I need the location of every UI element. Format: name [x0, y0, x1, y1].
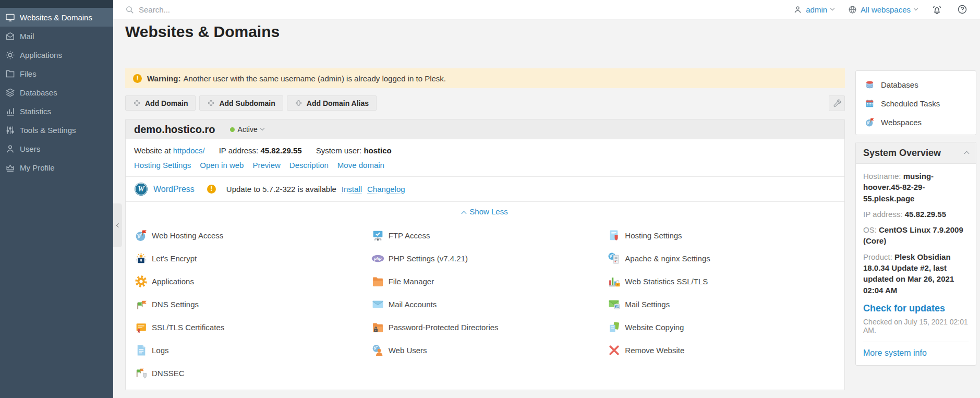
system-overview-title: System Overview: [863, 148, 941, 159]
remove-website-icon: [608, 344, 621, 357]
website-at: Website at httpdocs/: [134, 146, 205, 155]
toolbar-button[interactable]: Add Domain Alias: [287, 95, 377, 111]
show-less-link[interactable]: Show Less: [462, 207, 507, 216]
tool-item[interactable]: php PHP Settings (v7.4.21): [371, 247, 608, 270]
user-menu[interactable]: admin: [793, 5, 834, 14]
chevron-down-icon: [260, 126, 264, 130]
sidebar-item[interactable]: Tools & Settings: [0, 120, 113, 139]
tool-label: Hosting Settings: [625, 231, 682, 240]
check-for-updates-link[interactable]: Check for updates: [863, 303, 945, 314]
help-icon: [957, 4, 967, 15]
httpdocs-link[interactable]: httpdocs/: [173, 146, 205, 155]
domain-quick-link[interactable]: Description: [289, 161, 329, 170]
sidebar-item-label: Applications: [20, 51, 62, 59]
folder-outline-icon: [5, 69, 15, 79]
overview-row: Product: Plesk Obsidian 18.0.34 Update #…: [863, 251, 969, 296]
domain-quick-link[interactable]: Open in web: [200, 161, 244, 170]
tool-item[interactable]: Logs: [135, 339, 371, 361]
tool-item[interactable]: Password-Protected Directories: [371, 316, 608, 339]
applications-icon: [135, 275, 148, 288]
mail-accounts-icon: [371, 298, 384, 311]
wordpress-install-link[interactable]: Install: [342, 185, 362, 194]
shortcut-item[interactable]: Databases: [856, 75, 976, 94]
tools-column-2: FTP Access php PHP Settings (v7.4.21) Fi…: [371, 224, 608, 384]
sidebar-collapse-handle[interactable]: [113, 203, 122, 247]
shortcut-item[interactable]: Webspaces: [856, 113, 976, 131]
warning-icon: [133, 74, 142, 83]
domain-quick-link[interactable]: Hosting Settings: [134, 161, 191, 170]
page-title: Websites & Domains: [125, 23, 280, 41]
lets-encrypt-icon: [135, 252, 148, 265]
tool-item[interactable]: Web Statistics SSL/TLS: [608, 270, 844, 293]
overview-row: IP address: 45.82.29.55: [863, 209, 969, 220]
tool-label: Let's Encrypt: [152, 254, 197, 263]
sidebar-item-label: Mail: [20, 32, 34, 41]
collapse-chevron-icon[interactable]: [964, 151, 970, 156]
tool-item[interactable]: Website Copying: [608, 316, 844, 339]
sidebar-item[interactable]: Users: [0, 139, 113, 158]
more-system-info-link[interactable]: More system info: [863, 348, 927, 357]
tool-item[interactable]: File Manager: [371, 270, 608, 293]
web-users-icon: [371, 344, 384, 357]
webspace-scope-menu[interactable]: All webspaces: [848, 5, 917, 14]
plus-icon: [295, 99, 303, 107]
chevron-down-icon: [914, 6, 918, 10]
sidebar-item[interactable]: Databases: [0, 83, 113, 102]
status-label: Active: [238, 125, 258, 134]
tool-item[interactable]: Hosting Settings: [608, 224, 844, 247]
tool-label: File Manager: [389, 277, 434, 286]
tool-item[interactable]: SSL/TLS Certificates: [135, 316, 371, 339]
sidebar-item[interactable]: Websites & Domains: [0, 8, 113, 27]
sidebar-item-label: Statistics: [20, 107, 51, 116]
sidebar-item[interactable]: My Profile: [0, 158, 113, 177]
search-input[interactable]: [139, 5, 358, 14]
sidebar-item-label: Tools & Settings: [20, 126, 76, 135]
tool-item[interactable]: DNSSEC: [135, 361, 371, 384]
ssl-tls-icon: [135, 321, 148, 334]
tool-item[interactable]: DNS Settings: [135, 293, 371, 316]
tool-label: Applications: [152, 277, 194, 286]
php-icon: php: [371, 252, 384, 265]
apache-nginx-icon: [608, 252, 621, 265]
toolbar-button[interactable]: Add Subdomain: [199, 95, 283, 111]
domain-quick-link[interactable]: Preview: [252, 161, 280, 170]
help-button[interactable]: [957, 4, 967, 15]
tool-item[interactable]: Mail Accounts: [371, 293, 608, 316]
tool-item[interactable]: FTP Access: [371, 224, 608, 247]
website-at-label: Website at: [134, 146, 171, 155]
domain-status-dropdown[interactable]: Active: [230, 125, 264, 134]
show-less-label: Show Less: [469, 207, 507, 216]
sidebar-item-label: Files: [20, 69, 37, 78]
tool-item[interactable]: Web Hosting Access: [135, 224, 371, 247]
tool-item[interactable]: Applications: [135, 270, 371, 293]
tool-item[interactable]: Mail Settings: [608, 293, 844, 316]
toolbar-button[interactable]: Add Domain: [125, 95, 196, 111]
tool-label: Password-Protected Directories: [389, 323, 499, 332]
tool-item[interactable]: Let's Encrypt: [135, 247, 371, 270]
system-user: System user: hostico: [316, 146, 392, 155]
shortcut-item[interactable]: Scheduled Tasks: [856, 94, 976, 113]
file-manager-icon: [371, 275, 384, 288]
domain-quick-link[interactable]: Move domain: [337, 161, 384, 170]
domain-quick-links: Hosting Settings Open in web Preview Des…: [126, 155, 844, 176]
wordpress-update-text: Update to 5.7.2-322 is available: [226, 185, 336, 194]
tool-item[interactable]: Remove Website: [608, 339, 844, 361]
wordpress-row: W WordPress Update to 5.7.2-322 is avail…: [126, 177, 844, 201]
notifications-button[interactable]: [931, 4, 942, 15]
sidebar-item[interactable]: Files: [0, 64, 113, 83]
sidebar-item[interactable]: Applications: [0, 45, 113, 64]
wordpress-link[interactable]: WordPress: [153, 185, 195, 194]
sidebar-item[interactable]: Statistics: [0, 102, 113, 120]
monitor-icon: [5, 13, 15, 22]
tool-label: Web Hosting Access: [152, 231, 223, 240]
customize-view-button[interactable]: [829, 95, 845, 111]
tool-item[interactable]: Web Users: [371, 339, 608, 361]
web-hosting-access-icon: [135, 229, 148, 242]
shortcut-label: Scheduled Tasks: [881, 99, 940, 108]
chevron-left-icon: [116, 223, 120, 227]
tool-label: Web Users: [389, 346, 427, 355]
web-stats-icon: [608, 275, 621, 288]
tool-item[interactable]: Apache & nginx Settings: [608, 247, 844, 270]
sidebar-item[interactable]: Mail: [0, 27, 113, 45]
wordpress-changelog-link[interactable]: Changelog: [367, 185, 405, 194]
